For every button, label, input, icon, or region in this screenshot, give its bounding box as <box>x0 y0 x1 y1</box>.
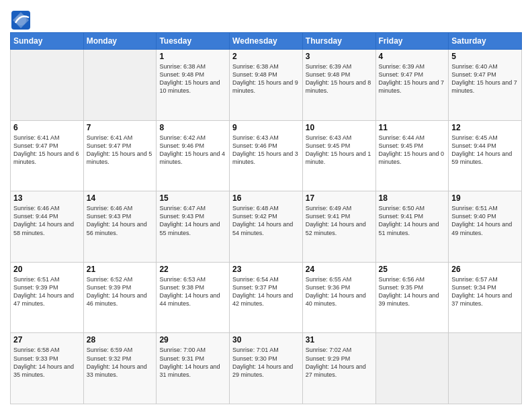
day-number: 8 <box>159 123 226 132</box>
calendar-day-cell: 26Sunrise: 6:57 AM Sunset: 9:34 PM Dayli… <box>449 262 522 333</box>
day-info: Sunrise: 6:39 AM Sunset: 9:48 PM Dayligh… <box>306 62 373 95</box>
day-number: 24 <box>306 265 373 274</box>
weekday-header-cell: Wednesday <box>230 33 303 50</box>
calendar-day-cell: 2Sunrise: 6:38 AM Sunset: 9:48 PM Daylig… <box>230 50 303 121</box>
calendar-day-cell: 15Sunrise: 6:47 AM Sunset: 9:43 PM Dayli… <box>157 191 230 263</box>
calendar-week-row: 13Sunrise: 6:46 AM Sunset: 9:44 PM Dayli… <box>11 191 522 263</box>
day-info: Sunrise: 7:00 AM Sunset: 9:31 PM Dayligh… <box>159 346 226 379</box>
day-info: Sunrise: 6:46 AM Sunset: 9:44 PM Dayligh… <box>13 204 81 237</box>
day-number: 7 <box>87 123 154 132</box>
calendar-day-cell: 5Sunrise: 6:40 AM Sunset: 9:47 PM Daylig… <box>449 50 522 121</box>
calendar-day-cell: 22Sunrise: 6:53 AM Sunset: 9:38 PM Dayli… <box>157 262 230 333</box>
day-number: 23 <box>232 265 300 274</box>
calendar-day-cell: 18Sunrise: 6:50 AM Sunset: 9:41 PM Dayli… <box>375 191 449 263</box>
day-info: Sunrise: 6:57 AM Sunset: 9:34 PM Dayligh… <box>451 275 519 308</box>
logo-icon <box>10 9 29 28</box>
calendar-week-row: 27Sunrise: 6:58 AM Sunset: 9:33 PM Dayli… <box>11 333 522 404</box>
day-number: 21 <box>87 265 154 274</box>
calendar-day-cell <box>449 333 522 404</box>
day-number: 31 <box>306 335 373 345</box>
day-number: 29 <box>159 335 226 345</box>
calendar-day-cell: 3Sunrise: 6:39 AM Sunset: 9:48 PM Daylig… <box>302 50 375 121</box>
calendar-day-cell <box>375 333 449 404</box>
day-info: Sunrise: 6:41 AM Sunset: 9:47 PM Dayligh… <box>13 134 81 167</box>
day-info: Sunrise: 6:43 AM Sunset: 9:46 PM Dayligh… <box>232 134 300 167</box>
day-number: 30 <box>232 335 300 345</box>
day-info: Sunrise: 6:46 AM Sunset: 9:43 PM Dayligh… <box>87 204 154 237</box>
day-info: Sunrise: 6:50 AM Sunset: 9:41 PM Dayligh… <box>379 204 446 237</box>
day-info: Sunrise: 6:51 AM Sunset: 9:39 PM Dayligh… <box>13 275 81 308</box>
day-info: Sunrise: 6:51 AM Sunset: 9:40 PM Dayligh… <box>451 204 519 237</box>
calendar-week-row: 20Sunrise: 6:51 AM Sunset: 9:39 PM Dayli… <box>11 262 522 333</box>
calendar-day-cell: 30Sunrise: 7:01 AM Sunset: 9:30 PM Dayli… <box>230 333 303 404</box>
page: SundayMondayTuesdayWednesdayThursdayFrid… <box>0 0 532 411</box>
weekday-header-cell: Tuesday <box>157 33 230 50</box>
weekday-header-cell: Saturday <box>449 33 522 50</box>
calendar-day-cell: 6Sunrise: 6:41 AM Sunset: 9:47 PM Daylig… <box>11 120 84 191</box>
day-info: Sunrise: 6:38 AM Sunset: 9:48 PM Dayligh… <box>232 62 300 95</box>
calendar-day-cell: 8Sunrise: 6:42 AM Sunset: 9:46 PM Daylig… <box>157 120 230 191</box>
calendar-week-row: 1Sunrise: 6:38 AM Sunset: 9:48 PM Daylig… <box>11 50 522 121</box>
day-number: 13 <box>13 193 81 203</box>
header <box>10 7 522 28</box>
calendar-week-row: 6Sunrise: 6:41 AM Sunset: 9:47 PM Daylig… <box>11 120 522 191</box>
day-number: 6 <box>13 123 81 132</box>
calendar-day-cell: 16Sunrise: 6:48 AM Sunset: 9:42 PM Dayli… <box>230 191 303 263</box>
calendar-day-cell: 29Sunrise: 7:00 AM Sunset: 9:31 PM Dayli… <box>157 333 230 404</box>
calendar-day-cell: 4Sunrise: 6:39 AM Sunset: 9:47 PM Daylig… <box>375 50 449 121</box>
calendar-day-cell <box>83 50 157 121</box>
day-info: Sunrise: 6:40 AM Sunset: 9:47 PM Dayligh… <box>451 62 519 95</box>
day-number: 16 <box>232 193 300 203</box>
day-info: Sunrise: 6:49 AM Sunset: 9:41 PM Dayligh… <box>306 204 373 237</box>
calendar-day-cell: 23Sunrise: 6:54 AM Sunset: 9:37 PM Dayli… <box>230 262 303 333</box>
day-info: Sunrise: 6:45 AM Sunset: 9:44 PM Dayligh… <box>451 134 519 167</box>
day-number: 15 <box>159 193 226 203</box>
day-number: 10 <box>306 123 373 132</box>
weekday-header-row: SundayMondayTuesdayWednesdayThursdayFrid… <box>11 33 522 50</box>
calendar-day-cell: 11Sunrise: 6:44 AM Sunset: 9:45 PM Dayli… <box>375 120 449 191</box>
day-number: 3 <box>306 52 373 61</box>
day-number: 12 <box>451 123 519 132</box>
logo <box>10 9 32 28</box>
day-info: Sunrise: 6:47 AM Sunset: 9:43 PM Dayligh… <box>159 204 226 237</box>
calendar-day-cell: 27Sunrise: 6:58 AM Sunset: 9:33 PM Dayli… <box>11 333 84 404</box>
calendar-day-cell: 31Sunrise: 7:02 AM Sunset: 9:29 PM Dayli… <box>302 333 375 404</box>
day-info: Sunrise: 6:43 AM Sunset: 9:45 PM Dayligh… <box>306 134 373 167</box>
day-number: 28 <box>87 335 154 345</box>
weekday-header-cell: Monday <box>83 33 157 50</box>
calendar-day-cell: 24Sunrise: 6:55 AM Sunset: 9:36 PM Dayli… <box>302 262 375 333</box>
day-number: 4 <box>379 52 446 61</box>
calendar-day-cell: 13Sunrise: 6:46 AM Sunset: 9:44 PM Dayli… <box>11 191 84 263</box>
weekday-header-cell: Thursday <box>302 33 375 50</box>
day-number: 11 <box>379 123 446 132</box>
calendar-day-cell: 20Sunrise: 6:51 AM Sunset: 9:39 PM Dayli… <box>11 262 84 333</box>
day-number: 1 <box>159 52 226 61</box>
calendar-body: 1Sunrise: 6:38 AM Sunset: 9:48 PM Daylig… <box>11 50 522 404</box>
day-number: 26 <box>451 265 519 274</box>
calendar-day-cell: 1Sunrise: 6:38 AM Sunset: 9:48 PM Daylig… <box>157 50 230 121</box>
calendar-day-cell: 21Sunrise: 6:52 AM Sunset: 9:39 PM Dayli… <box>83 262 157 333</box>
day-info: Sunrise: 6:55 AM Sunset: 9:36 PM Dayligh… <box>306 275 373 308</box>
day-info: Sunrise: 6:48 AM Sunset: 9:42 PM Dayligh… <box>232 204 300 237</box>
day-info: Sunrise: 6:39 AM Sunset: 9:47 PM Dayligh… <box>379 62 446 95</box>
day-number: 19 <box>451 193 519 203</box>
day-number: 17 <box>306 193 373 203</box>
day-number: 9 <box>232 123 300 132</box>
calendar-day-cell: 9Sunrise: 6:43 AM Sunset: 9:46 PM Daylig… <box>230 120 303 191</box>
day-info: Sunrise: 7:02 AM Sunset: 9:29 PM Dayligh… <box>306 346 373 379</box>
calendar-day-cell: 12Sunrise: 6:45 AM Sunset: 9:44 PM Dayli… <box>449 120 522 191</box>
day-info: Sunrise: 6:52 AM Sunset: 9:39 PM Dayligh… <box>87 275 154 308</box>
calendar-day-cell: 7Sunrise: 6:41 AM Sunset: 9:47 PM Daylig… <box>83 120 157 191</box>
day-info: Sunrise: 6:54 AM Sunset: 9:37 PM Dayligh… <box>232 275 300 308</box>
calendar-day-cell: 10Sunrise: 6:43 AM Sunset: 9:45 PM Dayli… <box>302 120 375 191</box>
day-info: Sunrise: 6:53 AM Sunset: 9:38 PM Dayligh… <box>159 275 226 308</box>
calendar-day-cell: 25Sunrise: 6:56 AM Sunset: 9:35 PM Dayli… <box>375 262 449 333</box>
weekday-header-cell: Friday <box>375 33 449 50</box>
day-info: Sunrise: 6:58 AM Sunset: 9:33 PM Dayligh… <box>13 346 81 379</box>
calendar-day-cell: 28Sunrise: 6:59 AM Sunset: 9:32 PM Dayli… <box>83 333 157 404</box>
calendar-table: SundayMondayTuesdayWednesdayThursdayFrid… <box>10 32 522 404</box>
calendar-day-cell: 14Sunrise: 6:46 AM Sunset: 9:43 PM Dayli… <box>83 191 157 263</box>
day-number: 2 <box>232 52 300 61</box>
day-info: Sunrise: 6:41 AM Sunset: 9:47 PM Dayligh… <box>87 134 154 167</box>
day-info: Sunrise: 6:38 AM Sunset: 9:48 PM Dayligh… <box>159 62 226 95</box>
